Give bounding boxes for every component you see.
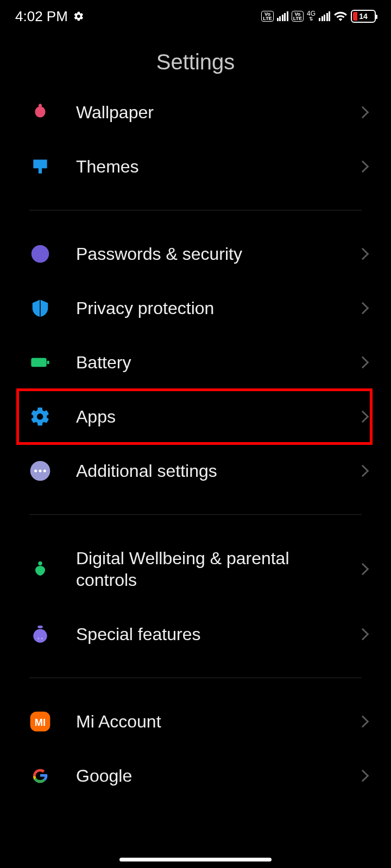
item-label: Privacy protection bbox=[76, 297, 333, 319]
gear-icon bbox=[29, 406, 51, 427]
themes-icon bbox=[29, 156, 51, 177]
settings-item-passwords-security[interactable]: Passwords & security bbox=[0, 227, 391, 281]
chevron-right-icon bbox=[357, 356, 369, 369]
wallpaper-icon bbox=[29, 101, 51, 123]
svg-point-9 bbox=[38, 561, 42, 566]
chevron-right-icon bbox=[357, 161, 369, 173]
settings-item-privacy-protection[interactable]: Privacy protection bbox=[0, 281, 391, 335]
page-title: Settings bbox=[0, 30, 391, 85]
settings-item-special-features[interactable]: Special features bbox=[0, 607, 391, 661]
item-label: Digital Wellbeing & parental controls bbox=[76, 547, 333, 591]
svg-rect-3 bbox=[31, 358, 46, 367]
wellbeing-icon bbox=[29, 558, 51, 580]
settings-item-additional-settings[interactable]: Additional settings bbox=[0, 444, 391, 498]
item-label: Wallpaper bbox=[76, 101, 333, 123]
chevron-right-icon bbox=[357, 563, 369, 576]
status-bar: 4:02 PM VoLTE VoLTE 4G ⇅ 14 bbox=[0, 0, 391, 30]
battery-icon bbox=[29, 352, 51, 373]
settings-item-battery[interactable]: Battery bbox=[0, 335, 391, 390]
item-label: Passwords & security bbox=[76, 243, 333, 265]
item-label: Mi Account bbox=[76, 711, 333, 732]
settings-list: Wallpaper Themes Passwords & security Pr… bbox=[0, 85, 391, 792]
chevron-right-icon bbox=[357, 302, 369, 315]
chevron-right-icon bbox=[357, 628, 369, 641]
status-time: 4:02 PM bbox=[15, 8, 68, 25]
settings-status-icon bbox=[73, 11, 84, 22]
settings-item-wallpaper[interactable]: Wallpaper bbox=[0, 85, 391, 139]
signal-icon-1 bbox=[277, 11, 288, 21]
chevron-right-icon bbox=[357, 770, 369, 782]
settings-item-themes[interactable]: Themes bbox=[0, 139, 391, 194]
item-label: Google bbox=[76, 765, 333, 787]
settings-item-google[interactable]: Google bbox=[0, 749, 391, 792]
status-right: VoLTE VoLTE 4G ⇅ 14 bbox=[261, 9, 376, 23]
status-left: 4:02 PM bbox=[15, 8, 84, 25]
svg-point-13 bbox=[41, 637, 43, 639]
svg-point-6 bbox=[34, 470, 37, 473]
settings-item-mi-account[interactable]: MI Mi Account bbox=[0, 694, 391, 749]
signal-icon-2 bbox=[319, 11, 330, 21]
group-divider bbox=[29, 514, 362, 515]
settings-item-apps[interactable]: Apps bbox=[0, 390, 391, 444]
settings-item-digital-wellbeing[interactable]: Digital Wellbeing & parental controls bbox=[0, 531, 391, 607]
svg-point-8 bbox=[43, 470, 46, 473]
more-icon bbox=[29, 460, 51, 482]
svg-text:MI: MI bbox=[35, 717, 46, 728]
svg-point-2 bbox=[39, 253, 42, 256]
chevron-right-icon bbox=[357, 106, 369, 119]
battery-icon: 14 bbox=[351, 10, 376, 23]
chevron-right-icon bbox=[357, 716, 369, 728]
volte-icon-2: VoLTE bbox=[292, 11, 304, 22]
chevron-right-icon bbox=[357, 411, 369, 423]
special-features-icon bbox=[29, 623, 51, 645]
svg-point-12 bbox=[37, 637, 39, 639]
svg-point-11 bbox=[33, 629, 47, 643]
fingerprint-icon bbox=[29, 243, 51, 265]
google-logo-icon bbox=[29, 765, 51, 787]
shield-icon bbox=[29, 297, 51, 319]
item-label: Additional settings bbox=[76, 460, 333, 482]
item-label: Themes bbox=[76, 156, 333, 177]
item-label: Battery bbox=[76, 352, 333, 373]
svg-rect-10 bbox=[37, 626, 43, 628]
chevron-right-icon bbox=[357, 465, 369, 477]
mi-logo-icon: MI bbox=[29, 711, 51, 732]
home-indicator[interactable] bbox=[119, 858, 272, 861]
chevron-right-icon bbox=[357, 248, 369, 260]
volte-icon-1: VoLTE bbox=[261, 11, 273, 22]
svg-point-7 bbox=[39, 470, 42, 473]
item-label: Apps bbox=[76, 406, 333, 427]
group-divider bbox=[29, 210, 362, 210]
svg-rect-4 bbox=[47, 361, 49, 365]
group-divider bbox=[29, 678, 362, 678]
network-type: 4G ⇅ bbox=[307, 11, 316, 22]
item-label: Special features bbox=[76, 623, 333, 645]
wifi-icon bbox=[333, 9, 348, 23]
